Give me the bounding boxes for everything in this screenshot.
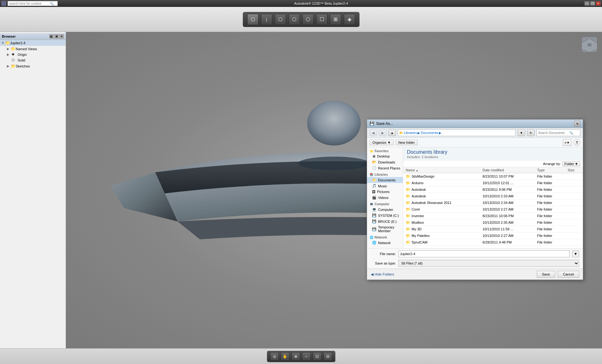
minimize-button[interactable]: — [584, 1, 589, 6]
network-item-icon: 🌐 [372, 241, 376, 245]
arrange-by-label: Arrange by: [543, 162, 561, 166]
nav-system-c[interactable]: 💾 SYSTEM (C:) [367, 212, 403, 218]
nav-videos[interactable]: 🎬 Videos [367, 195, 403, 201]
table-row[interactable]: 📁Autodesk 8/23/2011 9:06 PM File folder [403, 186, 583, 193]
tree-label-origin: Origin [18, 53, 27, 56]
tool-front-button[interactable]: ⬡ [275, 14, 286, 25]
tree-item-solid[interactable]: ▶ ⬡ Solid [0, 57, 66, 63]
browser-icon-1[interactable]: ◧ [49, 34, 54, 39]
nav-network[interactable]: 🌐 Network [367, 240, 403, 246]
nav-desktop-label: Desktop [377, 154, 390, 158]
browser-close-icon[interactable]: ✕ [59, 34, 64, 39]
bottom-btn-5[interactable]: ⊡ [313, 352, 322, 361]
tool-box3-button[interactable]: ◈ [344, 14, 355, 25]
nav-downloads[interactable]: 📂 Downloads [367, 159, 403, 165]
file-size-cell [565, 180, 583, 186]
help-button[interactable]: ? [573, 139, 580, 146]
nav-documents[interactable]: 📁 Documents [367, 177, 403, 183]
nav-music[interactable]: 🎵 Music [367, 183, 403, 189]
col-name[interactable]: Name ▲ [403, 167, 480, 173]
nav-pictures[interactable]: 🖼 Pictures [367, 189, 403, 195]
bottom-btn-3[interactable]: ⊕ [291, 352, 300, 361]
col-type[interactable]: Type [535, 167, 565, 173]
dialog-close-button[interactable]: ✕ [574, 121, 580, 126]
new-folder-button[interactable]: New folder [396, 140, 418, 145]
table-row[interactable]: 📁Autodesk Showcase 2011 10/13/2010 2:34 … [403, 200, 583, 206]
tree-item-sketches[interactable]: ▶ 📁 Sketches [0, 63, 66, 69]
hide-folders-button[interactable]: ◀ Hide Folders [371, 272, 394, 276]
file-date-cell: 10/12/2010 12:01 ... [480, 180, 535, 186]
filetype-select[interactable]: Stl Files (*.stl) [398, 260, 579, 267]
file-size-cell [565, 233, 583, 239]
table-row[interactable]: 📁3dsMaxDesign 8/23/2011 10:07 PM File fo… [403, 173, 583, 180]
table-row[interactable]: 📁SprutCAM 6/29/2011 4:48 PM File folder [403, 239, 583, 246]
close-button[interactable]: ✕ [596, 1, 601, 6]
tree-item-origin[interactable]: ▶ ✚ Origin [0, 52, 66, 57]
tool-top-button[interactable]: ⬡ [289, 14, 300, 25]
tree-toggle-named-views[interactable]: ▶ [7, 47, 11, 51]
folder-icon-sketches: 📁 [11, 64, 16, 68]
nav-pictures-label: Pictures [377, 190, 390, 194]
folder-icon-jupiter: 📁 [5, 40, 10, 45]
col-size[interactable]: Size [565, 167, 583, 173]
arrange-folder-button[interactable]: Folder ▼ [562, 161, 580, 166]
table-row[interactable]: 📁My 3D 10/11/2010 11:59 ... File folder [403, 226, 583, 233]
restore-button[interactable]: ❐ [590, 1, 595, 6]
tool-3d-button[interactable]: ⬡ [247, 14, 258, 25]
file-folder-icon: 📁 [406, 201, 410, 205]
dialog-search-icon: 🔍 [569, 131, 573, 135]
table-row[interactable]: 📁Corel 10/13/2010 2:27 AM File folder [403, 206, 583, 213]
tree-item-named-views[interactable]: ▶ 📁 Named Views [0, 46, 66, 52]
filename-input[interactable] [398, 250, 570, 257]
dialog-dropdown-button[interactable]: ▼ [518, 129, 525, 136]
nav-computer[interactable]: 💻 Computer [367, 206, 403, 212]
dialog-forward-button[interactable]: ▶ [379, 129, 386, 136]
tool-right-button[interactable]: ⬡ [302, 14, 314, 25]
table-row[interactable]: 📁Arduino 10/12/2010 12:01 ... File folde… [403, 180, 583, 186]
bottom-btn-2[interactable]: ✋ [281, 352, 290, 361]
bottom-btn-6[interactable]: ⊟ [323, 352, 332, 361]
breadcrumb-documents[interactable]: Documents [421, 131, 438, 135]
dialog-refresh-button[interactable]: ↻ [527, 129, 535, 136]
table-row[interactable]: 📁Autodesk 10/13/2010 2:33 AM File folder [403, 193, 583, 200]
cancel-button[interactable]: Cancel [558, 271, 579, 278]
window-search[interactable]: 🔍 [8, 1, 58, 6]
nav-bruce-e[interactable]: 💾 BRUCE (E:) [367, 218, 403, 224]
dialog-back-button[interactable]: ◀ [370, 129, 377, 136]
organize-button[interactable]: Organize ▼ [370, 140, 394, 145]
tree-item-jupiter[interactable]: ▼ 📁 Jupiter2-4 [0, 40, 66, 46]
nav-temp-member[interactable]: 💾 Temporary Member [367, 224, 403, 234]
col-date[interactable]: Date modified [480, 167, 535, 173]
view-list-button[interactable]: ≡▼ [563, 139, 572, 146]
table-row[interactable]: 📁My Palettes 10/13/2010 2:27 AM File fol… [403, 233, 583, 239]
table-row[interactable]: 📁Inventor 8/23/2011 10:06 PM File folder [403, 213, 583, 219]
tree-toggle-sketches[interactable]: ▶ [7, 64, 11, 68]
file-type-cell: File folder [535, 186, 565, 193]
filename-dropdown-button[interactable]: ▼ [572, 250, 579, 257]
tool-box1-button[interactable]: ☐ [316, 14, 328, 25]
dialog-search-input[interactable] [538, 131, 569, 135]
save-button[interactable]: Save [537, 271, 555, 278]
table-row[interactable]: 📁Mudbox 10/13/2010 2:35 AM File folder [403, 219, 583, 226]
dialog-search-box[interactable]: 🔍 [536, 129, 580, 136]
bottom-btn-4[interactable]: ↔ [302, 352, 311, 361]
dialog-toolbar: Organize ▼ New folder ≡▼ ? [367, 138, 583, 147]
bottom-btn-1[interactable]: ◎ [270, 352, 279, 361]
tool-sketch-button[interactable]: | [261, 14, 272, 25]
library-subtitle: Includes: 2 locations [407, 155, 579, 159]
filename-label: File name: [371, 252, 396, 256]
breadcrumb-libraries[interactable]: Libraries [404, 131, 417, 135]
dialog-files: Documents library Includes: 2 locations … [403, 147, 583, 248]
file-folder-icon: 📁 [406, 233, 410, 238]
hide-folders-arrow: ◀ [371, 272, 373, 276]
tree-toggle-jupiter[interactable]: ▼ [1, 41, 5, 45]
nav-recent[interactable]: 🕐 Recent Places [367, 165, 403, 171]
browser-icon-2[interactable]: ⊠ [54, 34, 59, 39]
nav-desktop[interactable]: 🖥 Desktop [367, 153, 403, 159]
tool-box2-button[interactable]: ⊞ [330, 14, 341, 25]
tree-label-sketches: Sketches [16, 64, 30, 68]
dialog-up-button[interactable]: ▲ [388, 129, 396, 136]
search-input[interactable] [9, 2, 50, 5]
breadcrumb[interactable]: 📂 Libraries ▶ Documents ▶ [398, 129, 516, 136]
tree-toggle-origin[interactable]: ▶ [7, 53, 11, 56]
